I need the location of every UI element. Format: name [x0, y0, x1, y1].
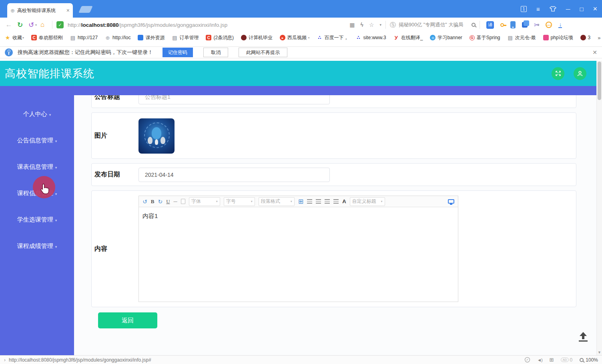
windows-layers-icon[interactable]	[522, 22, 528, 28]
align-left-icon[interactable]	[307, 199, 312, 204]
scrollbar-down-arrow-icon[interactable]: ▼	[597, 350, 602, 354]
bookmark-item[interactable]: ∴百度一下，	[317, 34, 348, 41]
browser-tab[interactable]: ⊕ 高校智能排课系统 ×	[7, 3, 73, 18]
sidebar-item-公告信息管理[interactable]: 公告信息管理▾	[0, 127, 74, 154]
bookmark-item[interactable]: ▤次元仓-最	[508, 34, 536, 41]
new-tab-button[interactable]	[78, 6, 93, 13]
tab-close-icon[interactable]: ×	[66, 7, 70, 14]
back-to-top-icon[interactable]	[578, 332, 588, 342]
bookmark-item[interactable]: ▤订单管理	[172, 34, 199, 41]
sidebar-item-学生选课管理[interactable]: 学生选课管理▾	[0, 206, 74, 233]
mobile-sync-icon[interactable]	[510, 21, 516, 28]
search-box[interactable]: Ⓢ 揭秘900亿 "专网通信" 大骗局	[390, 21, 476, 29]
home-icon[interactable]: ⌂	[37, 21, 48, 29]
align-right-icon[interactable]	[316, 199, 321, 204]
address-url[interactable]: http://localhost:8080/jspmgh3f6/jsp/modu…	[68, 22, 227, 28]
sidebar-item-课表信息管理[interactable]: 课表信息管理▾	[0, 154, 74, 180]
bookmark-item[interactable]: G基于Spring	[470, 34, 500, 41]
insert-table-icon[interactable]: ⊞	[298, 198, 303, 205]
bookmark-item[interactable]: ⊕http://loc	[105, 35, 130, 40]
page-scrollbar[interactable]: ▼	[596, 61, 602, 355]
bookmark-item[interactable]: 计算机毕业	[241, 34, 273, 41]
sidebar-item-课程成绩管理[interactable]: 课程成绩管理▾	[0, 233, 74, 259]
paragraph-format-select[interactable]: 段落格式▾	[259, 197, 295, 206]
address-dropdown-icon[interactable]: ▾	[379, 23, 381, 27]
close-button[interactable]: ×	[593, 5, 597, 13]
font-family-select[interactable]: 字体▾	[189, 197, 220, 206]
date-input[interactable]	[138, 168, 330, 182]
refresh-icon[interactable]: ↻	[14, 21, 26, 29]
qr-code-icon[interactable]: ▦	[349, 22, 355, 28]
screenshot-scissors-icon[interactable]: ✂▾	[534, 21, 539, 29]
justify-icon[interactable]	[333, 199, 339, 204]
title-input[interactable]	[138, 95, 330, 104]
redo-icon[interactable]: ↻	[158, 198, 163, 205]
editor-toolbar: ↺ B ↻ U ─ 字体▾ 字号▾ 段落格式▾ ⊞ A▾ 自定义标题▾	[139, 196, 458, 207]
font-color-icon[interactable]: A▾	[342, 198, 346, 204]
bookmark-label: 百度一下，	[324, 34, 348, 41]
tab-count-icon[interactable]: 1	[521, 6, 527, 12]
bookmark-item[interactable]: 3	[580, 35, 591, 40]
sidebar-item-label: 学生选课管理	[17, 216, 53, 224]
underline-icon[interactable]: U	[166, 198, 170, 205]
bookmark-item[interactable]: C奉劝那些刚	[31, 34, 63, 41]
security-shield-icon[interactable]: ✓	[56, 21, 64, 28]
user-profile-button[interactable]	[574, 67, 586, 80]
password-key-icon[interactable]	[500, 23, 504, 27]
notification-close-icon[interactable]: ✕	[592, 49, 597, 56]
bookmark-item[interactable]: У在线翻译_	[393, 34, 423, 41]
bookmark-item[interactable]: 课外资源	[138, 34, 165, 41]
bookmark-label: 3	[588, 35, 591, 40]
bookmark-item[interactable]: ∴site:www.3	[355, 35, 386, 40]
fullscreen-editor-icon[interactable]	[448, 199, 454, 204]
back-icon[interactable]: ←	[3, 21, 14, 29]
doc-icon: ▤	[172, 35, 177, 40]
baidu-icon: ∴	[317, 35, 322, 40]
favorite-star-icon[interactable]: ☆	[369, 22, 374, 28]
maximize-button[interactable]: □	[580, 6, 583, 12]
bold-icon[interactable]: B	[151, 198, 155, 205]
horizontal-rule-icon[interactable]: ─	[174, 198, 177, 204]
menu-icon[interactable]: ≡	[536, 6, 540, 12]
custom-title-select[interactable]: 自定义标题▾	[350, 197, 385, 206]
download-icon[interactable]: ↓	[558, 22, 562, 28]
search-icon[interactable]	[472, 23, 476, 27]
cancel-button[interactable]: 取消	[203, 48, 228, 57]
status-chevron-icon: ›	[4, 357, 6, 363]
never-prompt-button[interactable]: 此网站不再提示	[239, 48, 287, 57]
font-size-select[interactable]: 字号▾	[224, 197, 255, 206]
translate-icon[interactable]: 译	[486, 21, 494, 29]
chevron-down-icon: ▾	[49, 113, 51, 117]
fullscreen-button[interactable]	[552, 67, 564, 80]
editor-content[interactable]: 内容1	[139, 207, 458, 225]
undo-icon[interactable]: ↺	[142, 198, 147, 205]
speed-lightning-icon[interactable]: ϟ	[361, 22, 363, 28]
download-manager-icon[interactable]: ⊞	[550, 357, 554, 363]
search-suggestion-text[interactable]: 揭秘900亿 "专网通信" 大骗局	[399, 22, 469, 28]
bookmark-item[interactable]: C(2条消息)	[206, 34, 234, 41]
security-check-icon[interactable]: ✓	[525, 357, 530, 362]
speaker-icon[interactable]: ◄)	[537, 358, 542, 362]
zoom-control[interactable]: 100%	[580, 357, 598, 363]
bookmark-item[interactable]: ◎学习banner	[430, 34, 462, 41]
address-bar[interactable]: ✓ http://localhost:8080/jspmgh3f6/jsp/mo…	[56, 21, 381, 28]
tab-favicon-icon: ⊕	[10, 8, 15, 14]
chevron-down-icon: ▾	[55, 192, 57, 196]
bookmark-item[interactable]: ▶西瓜视频 -	[280, 34, 309, 41]
bookmark-item[interactable]: php论坛项	[543, 34, 573, 41]
bookmark-label: 西瓜视频 -	[287, 34, 309, 41]
remember-password-button[interactable]: 记住密码	[163, 48, 193, 57]
favorites-menu[interactable]: ★ 收藏 ▾	[5, 34, 24, 41]
back-button[interactable]: 返回	[98, 312, 157, 328]
scrollbar-thumb[interactable]	[598, 62, 601, 100]
skin-theme-icon[interactable]	[550, 6, 556, 12]
ad-blocker-indicator[interactable]: AD0	[561, 357, 572, 363]
bookmark-item[interactable]: ▤http://127	[70, 35, 98, 40]
paste-icon[interactable]	[181, 199, 185, 204]
more-tools-icon[interactable]: •••	[546, 22, 552, 28]
minimize-button[interactable]: ─	[566, 6, 570, 12]
sidebar-item-个人中心[interactable]: 个人中心▾	[0, 101, 74, 127]
app-title: 高校智能排课系统	[5, 66, 94, 81]
bookmarks-overflow-icon[interactable]: »	[598, 35, 600, 41]
align-center-icon[interactable]	[325, 199, 330, 204]
